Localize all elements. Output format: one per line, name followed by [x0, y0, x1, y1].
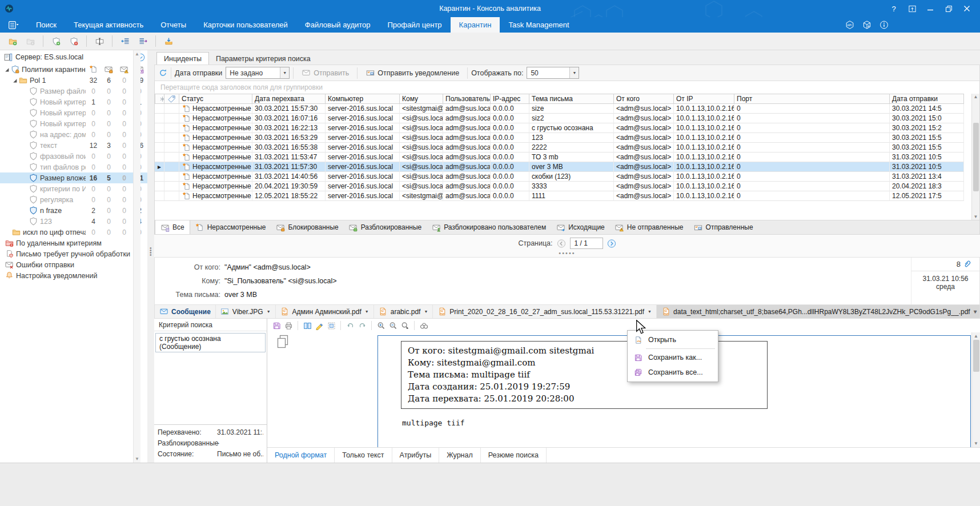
binoc-icon[interactable] [419, 321, 428, 330]
send-notification-button[interactable]: Отправить уведомление [361, 65, 464, 81]
attachment-3[interactable]: GPDFАдмин Админский.pdf▼ [276, 305, 374, 318]
close-button[interactable] [962, 3, 972, 14]
menu-tab-4[interactable]: Карточки пользователей [195, 17, 296, 33]
preview-tab-3[interactable]: Атрибуты [392, 448, 440, 463]
preview-tab-5[interactable]: Резюме поиска [481, 448, 547, 463]
copy-pages-icon[interactable] [276, 335, 290, 351]
main-menu-button[interactable] [0, 17, 27, 33]
menu-tab-2[interactable]: Текущая активность [65, 17, 152, 33]
expander-icon[interactable] [3, 67, 10, 73]
preview-tab-1[interactable]: Родной формат [267, 448, 335, 463]
table-row-8[interactable]: Нерассмотренные31.03.2021 14:40:56server… [155, 172, 979, 182]
add-folder-button[interactable] [6, 34, 19, 48]
chevron-down-icon[interactable]: ▼ [280, 67, 289, 78]
show-per-page-combo[interactable]: 50 ▼ [527, 67, 579, 79]
tree-node-exclusion-folder[interactable]: искл по циф отпечатк0000 [0, 227, 147, 238]
table-row-2[interactable]: Нерассмотренные30.03.2021 16:07:16server… [155, 114, 979, 123]
send-button[interactable]: Отправить [297, 65, 354, 81]
scroll-down-icon[interactable]: ▼ [974, 214, 978, 219]
filter-1[interactable]: Все [155, 220, 190, 234]
tree-criterion-3[interactable]: Новый критерий 30000 [0, 107, 147, 118]
package-export-icon[interactable] [862, 21, 871, 30]
delete-criterion-button[interactable] [67, 34, 81, 48]
chevron-down-icon[interactable]: ▼ [424, 310, 428, 314]
table-row-10[interactable]: Нерассмотренные12.05.2021 18:55:22server… [155, 191, 979, 201]
rotl-icon[interactable] [346, 321, 355, 330]
menu-tab-3[interactable]: Отчеты [152, 17, 195, 33]
tree-criterion-6[interactable]: текст123016 [0, 140, 147, 151]
floppy-icon[interactable] [272, 321, 281, 330]
column-header-9[interactable]: От IP [674, 94, 734, 104]
chevron-down-icon[interactable]: ▼ [365, 310, 369, 314]
expander-icon[interactable] [11, 78, 18, 83]
previous-page-button[interactable] [557, 239, 566, 248]
column-header-10[interactable]: Порт [734, 94, 890, 104]
filter-5[interactable]: Разблокировано пользователем [427, 220, 551, 234]
page-input[interactable]: 1 / 1 [570, 238, 603, 249]
gridsel-icon[interactable] [327, 321, 336, 330]
scroll-up-icon[interactable]: ▲ [135, 51, 139, 57]
column-header-6[interactable]: IP-адрес [491, 94, 529, 104]
filter-4[interactable]: Разблокированные [344, 220, 427, 234]
tree-criterion-1[interactable]: Размер файлов0000 [0, 86, 147, 97]
attachment-message[interactable]: Сообщение [155, 305, 216, 318]
scroll-down-icon[interactable]: ▼ [135, 456, 139, 461]
rename-button[interactable] [93, 34, 106, 48]
horizontal-splitter[interactable]: ••••• [154, 252, 980, 257]
column-row-indicator[interactable] [155, 94, 164, 104]
tab-incidents[interactable]: Инциденты [156, 52, 209, 65]
zdd-icon[interactable] [400, 321, 409, 330]
add-criterion-button[interactable] [49, 34, 63, 48]
filter-2[interactable]: Нерассмотренные [190, 220, 271, 234]
export-button[interactable] [136, 34, 150, 48]
pin-window-button[interactable] [907, 3, 917, 14]
rotr-icon[interactable] [358, 321, 367, 330]
filter-7[interactable]: Не отправленные [610, 220, 689, 234]
pages2-icon[interactable] [303, 321, 312, 330]
scroll-down-icon[interactable]: ▼ [974, 441, 978, 446]
tree-special-2[interactable]: Письмо требует ручной обработки [0, 248, 147, 259]
server-node[interactable]: Сервер: ES.sus.local [0, 50, 147, 64]
import-button[interactable] [118, 34, 132, 48]
table-row-7[interactable]: ▸Нерассмотренные31.03.2021 11:57:30serve… [155, 162, 979, 172]
column-header-8[interactable]: От кого [614, 94, 674, 104]
tree-node-quarantine-policies[interactable]: Политики карантина [0, 64, 147, 75]
menu-tab-1[interactable]: Поиск [27, 17, 65, 33]
menu-tab-8[interactable]: Task Management [500, 17, 577, 33]
context-menu-item-2[interactable]: Сохранить как... [628, 350, 718, 365]
chevron-down-icon[interactable]: ▼ [569, 67, 579, 78]
column-header-5[interactable]: Пользователь [443, 94, 491, 104]
print-icon[interactable] [284, 321, 293, 330]
info-icon[interactable] [879, 21, 889, 30]
table-row-9[interactable]: Нерассмотренные20.04.2021 19:30:59server… [155, 182, 979, 191]
table-row-1[interactable]: Нерассмотренные30.03.2021 15:57:30server… [155, 104, 979, 114]
tree-special-3[interactable]: Ошибки отправки [0, 259, 147, 270]
column-header-4[interactable]: Кому [400, 94, 443, 104]
filter-6[interactable]: Исходящие [551, 220, 610, 234]
tab-search-criteria-params[interactable]: Параметры критерия поиска [209, 53, 318, 65]
table-row-5[interactable]: Нерассмотренные30.03.2021 16:55:38server… [155, 143, 979, 152]
attachment-2[interactable]: Viber.JPG▼ [216, 305, 276, 318]
refresh-button[interactable] [158, 69, 167, 78]
tree-criterion-8[interactable]: тип файлов pdf0000 [0, 162, 147, 172]
delete-folder-button[interactable] [23, 34, 37, 48]
tree-criterion-12[interactable]: n fraze2002 [0, 205, 147, 216]
zout-icon[interactable] [388, 321, 397, 330]
table-row-3[interactable]: Нерассмотренные30.03.2021 16:22:13server… [155, 123, 979, 133]
scroll-up-icon[interactable]: ▲ [974, 334, 978, 339]
table-row-6[interactable]: Нерассмотренные31.03.2021 11:53:47server… [155, 152, 979, 162]
restore-button[interactable] [943, 3, 954, 14]
table-row-4[interactable]: Нерассмотренные30.03.2021 16:53:29server… [155, 133, 979, 143]
column-tag[interactable] [164, 94, 179, 104]
column-header-1[interactable]: Статус [179, 94, 252, 104]
preview-scrollbar[interactable]: ▲▼ [971, 332, 980, 447]
tree-node-pol-1[interactable]: Pol 1326039 [0, 75, 147, 86]
tree-criterion-11[interactable]: регулярка0000 [0, 194, 147, 205]
tree-criterion-2[interactable]: Новый критерий 21001 [0, 97, 147, 107]
menu-tab-7[interactable]: Карантин [451, 17, 500, 33]
attachment-6[interactable]: GPDFdata_text_html;charset_utf_8;base64,… [657, 305, 980, 318]
tree-criterion-4[interactable]: Новый критерий 50000 [0, 118, 147, 129]
minimize-button[interactable] [925, 3, 935, 14]
preview-tab-2[interactable]: Только текст [335, 448, 392, 463]
tree-criterion-9[interactable]: Размер вложений165021 [0, 172, 147, 183]
